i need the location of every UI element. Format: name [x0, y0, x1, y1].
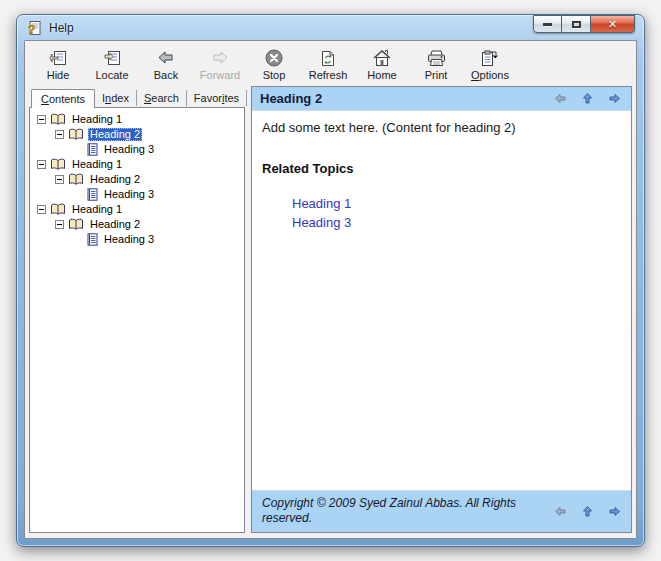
- nav-forward-icon[interactable]: [608, 92, 621, 105]
- tree-item-label: Heading 1: [70, 158, 124, 171]
- page-icon: [87, 143, 98, 156]
- tree-item-label: Heading 3: [102, 143, 156, 156]
- stop-icon: [264, 48, 284, 68]
- copyright-text: Copyright © 2009 Syed Zainul Abbas. All …: [262, 496, 554, 526]
- maximize-icon: [572, 21, 581, 28]
- svg-text:?: ?: [28, 23, 35, 36]
- tab-favorites[interactable]: Favorites: [187, 90, 247, 106]
- maximize-button[interactable]: [562, 15, 591, 33]
- topic-header: Heading 2: [252, 87, 631, 111]
- tab-index[interactable]: Index: [95, 90, 137, 106]
- tree-item-label: Heading 3: [102, 188, 156, 201]
- options-icon: [479, 48, 501, 68]
- tree-item-label: Heading 1: [70, 113, 124, 126]
- related-link-heading-3[interactable]: Heading 3: [292, 215, 621, 230]
- refresh-button[interactable]: Refresh: [301, 45, 355, 84]
- window-title: Help: [49, 21, 74, 35]
- close-button[interactable]: ✕: [591, 15, 635, 33]
- options-button[interactable]: Options: [463, 45, 517, 84]
- locate-icon: [103, 48, 122, 68]
- collapse-toggle-icon[interactable]: [55, 175, 64, 184]
- tree-item[interactable]: Heading 3: [32, 187, 242, 202]
- tree-item[interactable]: Heading 2: [32, 217, 242, 232]
- tree-item[interactable]: Heading 2: [32, 127, 242, 142]
- home-button[interactable]: Home: [355, 45, 409, 84]
- main-split: Contents Index Search Favorites Heading …: [25, 86, 636, 538]
- toolbar: Hide Locate: [25, 41, 636, 86]
- tree-item[interactable]: Heading 3: [32, 232, 242, 247]
- caption-buttons: ✕: [533, 15, 635, 33]
- hide-label: Hide: [47, 69, 70, 81]
- topic-footer: Copyright © 2009 Syed Zainul Abbas. All …: [252, 490, 631, 532]
- topic-title: Heading 2: [260, 91, 322, 106]
- collapse-toggle-icon[interactable]: [55, 130, 64, 139]
- home-icon: [372, 48, 392, 68]
- tree-item-label: Heading 1: [70, 203, 124, 216]
- help-file-icon: ?: [27, 20, 43, 36]
- minimize-button[interactable]: [533, 15, 562, 33]
- book-icon: [50, 158, 66, 171]
- print-label: Print: [425, 69, 448, 81]
- help-window: ? Help ✕ Hide: [16, 14, 645, 547]
- locate-label: Locate: [95, 69, 128, 81]
- forward-arrow-icon: [210, 48, 230, 68]
- collapse-toggle-icon[interactable]: [37, 115, 46, 124]
- hide-icon: [49, 48, 68, 68]
- back-label: Back: [154, 69, 178, 81]
- tab-search[interactable]: Search: [137, 90, 187, 106]
- nav-forward-icon[interactable]: [608, 505, 621, 518]
- client-area: Hide Locate: [24, 40, 637, 539]
- nav-tabs: Contents Index Search Favorites: [29, 86, 245, 107]
- header-nav-arrows: [554, 92, 621, 105]
- close-icon: ✕: [608, 19, 617, 30]
- book-icon: [68, 128, 84, 141]
- tree-item-label: Heading 2: [88, 173, 142, 186]
- book-icon: [50, 203, 66, 216]
- print-icon: [426, 48, 447, 68]
- tree-item[interactable]: Heading 1: [32, 202, 242, 217]
- tree-item[interactable]: Heading 2: [32, 172, 242, 187]
- tree-item-label-selected: Heading 2: [88, 128, 142, 141]
- stop-label: Stop: [263, 69, 286, 81]
- tree-item[interactable]: Heading 1: [32, 112, 242, 127]
- print-button[interactable]: Print: [409, 45, 463, 84]
- forward-button[interactable]: Forward: [193, 45, 247, 84]
- collapse-toggle-icon[interactable]: [37, 205, 46, 214]
- refresh-label: Refresh: [309, 69, 348, 81]
- tree-item[interactable]: Heading 1: [32, 157, 242, 172]
- related-link-heading-1[interactable]: Heading 1: [292, 196, 621, 211]
- tree-item-label: Heading 3: [102, 233, 156, 246]
- locate-button[interactable]: Locate: [85, 45, 139, 84]
- page-icon: [87, 233, 98, 246]
- home-label: Home: [367, 69, 396, 81]
- refresh-icon: [319, 48, 337, 68]
- contents-tree[interactable]: Heading 1 Heading 2 Heading 3 He: [29, 107, 245, 533]
- topic-paragraph: Add some text here. (Content for heading…: [262, 120, 621, 135]
- back-arrow-icon: [156, 48, 176, 68]
- nav-up-icon[interactable]: [581, 505, 594, 518]
- navigation-pane: Contents Index Search Favorites Heading …: [29, 86, 245, 533]
- back-button[interactable]: Back: [139, 45, 193, 84]
- tree-item-label: Heading 2: [88, 218, 142, 231]
- footer-nav-arrows: [554, 505, 621, 518]
- nav-back-icon[interactable]: [554, 92, 567, 105]
- collapse-toggle-icon[interactable]: [55, 220, 64, 229]
- nav-up-icon[interactable]: [581, 92, 594, 105]
- forward-label: Forward: [200, 69, 240, 81]
- book-icon: [68, 173, 84, 186]
- collapse-toggle-icon[interactable]: [37, 160, 46, 169]
- topic-pane: Heading 2 Add some text here. (Content f…: [251, 86, 632, 533]
- topic-body: Add some text here. (Content for heading…: [252, 111, 631, 490]
- book-icon: [68, 218, 84, 231]
- tab-contents[interactable]: Contents: [31, 89, 95, 108]
- page-icon: [87, 188, 98, 201]
- tree-item[interactable]: Heading 3: [32, 142, 242, 157]
- related-topics-heading: Related Topics: [262, 161, 621, 176]
- minimize-icon: [543, 23, 552, 26]
- book-icon: [50, 113, 66, 126]
- nav-back-icon[interactable]: [554, 505, 567, 518]
- options-label: Options: [471, 69, 509, 81]
- stop-button[interactable]: Stop: [247, 45, 301, 84]
- hide-button[interactable]: Hide: [31, 45, 85, 84]
